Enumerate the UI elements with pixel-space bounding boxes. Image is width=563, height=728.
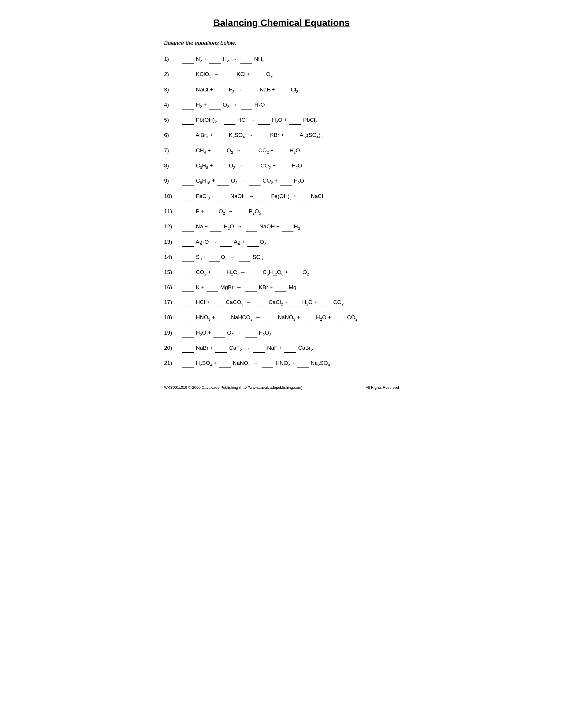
equation-number: 7)	[164, 146, 181, 155]
equation-item: 11) P + O2 → P2O5	[164, 207, 399, 216]
equation-item: 5) Pb(OH)2 + HCl → H2O + PbCl2	[164, 116, 399, 125]
equation-item: 10) FeCl3 + NaOH → Fe(OH)3 + NaCl	[164, 192, 399, 201]
equations-list: 1) N2 + H2 → NH32) KClO3 → KCl + O23) Na…	[164, 55, 399, 368]
equation-number: 3)	[164, 86, 181, 94]
equation-number: 6)	[164, 131, 181, 139]
equation-item: 1) N2 + H2 → NH3	[164, 55, 399, 64]
equation-number: 13)	[164, 238, 181, 246]
equation-item: 16) K + MgBr → KBr + Mg	[164, 283, 399, 292]
footer-right: All Rights Reserved	[366, 385, 399, 390]
equation-number: 8)	[164, 162, 181, 170]
equation-item: 7) CH4 + O2 → CO2 + H2O	[164, 146, 399, 155]
equation-content: N2 + H2 → NH3	[181, 55, 399, 64]
equation-content: KClO3 → KCl + O2	[181, 70, 399, 79]
equation-item: 18) HNO3 + NaHCO3 → NaNO3 + H2O + CO2	[164, 313, 399, 322]
equation-number: 16)	[164, 283, 181, 292]
equation-content: H2O + O2 → H2O2	[181, 329, 399, 338]
equation-content: CO2 + H2O → C6H12O6 + O2	[181, 268, 399, 277]
equation-content: HCl + CaCO3 → CaCl2 + H2O + CO2	[181, 298, 399, 307]
equation-content: C3H8 + O2 → CO2 + H2O	[181, 162, 399, 170]
equation-number: 10)	[164, 192, 181, 201]
equation-number: 1)	[164, 55, 181, 63]
equation-content: FeCl3 + NaOH → Fe(OH)3 + NaCl	[181, 192, 399, 201]
equation-item: 21) H2SO4 + NaNO2 → HNO2 + Na2SO4	[164, 359, 399, 368]
equation-number: 14)	[164, 253, 181, 261]
equation-number: 20)	[164, 344, 181, 352]
equation-content: K + MgBr → KBr + Mg	[181, 283, 399, 292]
equation-item: 2) KClO3 → KCl + O2	[164, 70, 399, 79]
equation-number: 18)	[164, 313, 181, 322]
equation-number: 15)	[164, 268, 181, 277]
equation-content: H2 + O2 → H2O	[181, 101, 399, 109]
equation-item: 14) S8 + O2 → SO3	[164, 253, 399, 262]
equation-item: 15) CO2 + H2O → C6H12O6 + O2	[164, 268, 399, 277]
equation-content: C8H18 + O2 → CO2 + H2O	[181, 177, 399, 185]
equation-number: 4)	[164, 101, 181, 109]
equation-number: 21)	[164, 359, 181, 367]
equation-item: 20) NaBr + CaF2 → NaF + CaBr2	[164, 344, 399, 353]
equation-number: 11)	[164, 207, 181, 216]
equation-content: AlBr3 + K2SO4 → KBr + Al2(SO4)3	[181, 131, 399, 140]
equation-number: 19)	[164, 329, 181, 337]
equation-content: HNO3 + NaHCO3 → NaNO3 + H2O + CO2	[181, 313, 399, 322]
equation-item: 6) AlBr3 + K2SO4 → KBr + Al2(SO4)3	[164, 131, 399, 140]
equation-item: 13) Ag2O → Ag + O2	[164, 238, 399, 247]
equation-item: 19) H2O + O2 → H2O2	[164, 329, 399, 338]
page-title: Balancing Chemical Equations	[164, 17, 399, 28]
equation-content: H2SO4 + NaNO2 → HNO2 + Na2SO4	[181, 359, 399, 368]
equation-item: 9) C8H18 + O2 → CO2 + H2O	[164, 177, 399, 185]
equation-item: 12) Na + H2O → NaOH + H2	[164, 222, 399, 231]
equation-number: 17)	[164, 298, 181, 307]
equation-number: 2)	[164, 70, 181, 79]
equation-content: Na + H2O → NaOH + H2	[181, 222, 399, 231]
equation-content: Pb(OH)2 + HCl → H2O + PbCl2	[181, 116, 399, 125]
equation-number: 5)	[164, 116, 181, 124]
equation-content: NaBr + CaF2 → NaF + CaBr2	[181, 344, 399, 353]
footer-left: WKS001x019 © 2000 Cavalcade Publishing (…	[164, 385, 303, 390]
footer: WKS001x019 © 2000 Cavalcade Publishing (…	[164, 382, 399, 390]
equation-content: NaCl + F2 → NaF + Cl2	[181, 86, 399, 94]
equation-item: 8) C3H8 + O2 → CO2 + H2O	[164, 162, 399, 170]
equation-content: S8 + O2 → SO3	[181, 253, 399, 262]
equation-content: Ag2O → Ag + O2	[181, 238, 399, 247]
equation-content: CH4 + O2 → CO2 + H2O	[181, 146, 399, 155]
equation-item: 17) HCl + CaCO3 → CaCl2 + H2O + CO2	[164, 298, 399, 307]
instructions: Balance the equations below:	[164, 40, 399, 46]
equation-content: P + O2 → P2O5	[181, 207, 399, 216]
equation-item: 3) NaCl + F2 → NaF + Cl2	[164, 86, 399, 94]
equation-number: 12)	[164, 222, 181, 231]
equation-item: 4) H2 + O2 → H2O	[164, 101, 399, 109]
equation-number: 9)	[164, 177, 181, 185]
